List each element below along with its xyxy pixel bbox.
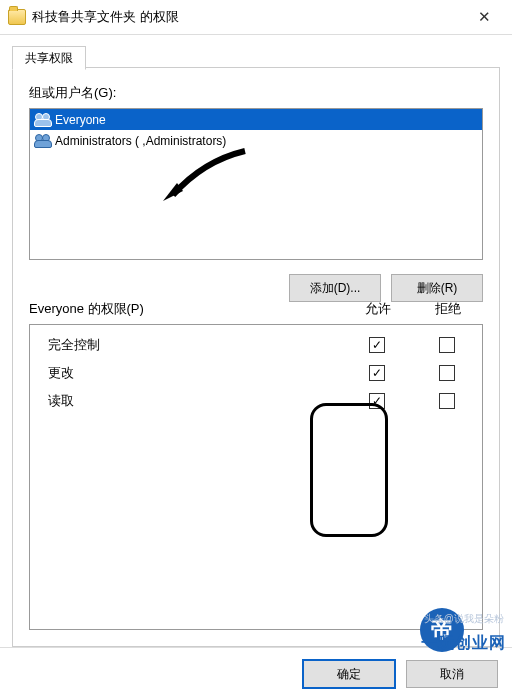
perm-row-change: 更改 [30, 359, 482, 387]
permissions-header: Everyone 的权限(P) 允许 拒绝 [29, 282, 483, 318]
allow-checkbox[interactable] [369, 337, 385, 353]
folder-icon [8, 9, 26, 25]
allow-checkbox[interactable] [369, 393, 385, 409]
perm-name: 读取 [30, 392, 342, 410]
allow-checkbox[interactable] [369, 365, 385, 381]
perm-name: 完全控制 [30, 336, 342, 354]
groups-label: 组或用户名(G): [29, 84, 483, 102]
group-icon [34, 113, 52, 127]
deny-checkbox[interactable] [439, 337, 455, 353]
permissions-list: 完全控制 更改 读取 [29, 324, 483, 630]
tab-share-permissions[interactable]: 共享权限 [12, 46, 86, 70]
user-name: Administrators ( ,Administrators) [55, 134, 226, 148]
ok-button[interactable]: 确定 [302, 659, 396, 689]
dialog-body: 共享权限 组或用户名(G): Everyone Administrators (… [0, 35, 512, 647]
cancel-button[interactable]: 取消 [406, 660, 498, 688]
list-item[interactable]: Administrators ( ,Administrators) [30, 130, 482, 151]
watermark: 帝 头条@说我是朵粉 一玩创业网 [394, 606, 504, 654]
group-icon [34, 134, 52, 148]
user-name: Everyone [55, 113, 106, 127]
perm-row-full-control: 完全控制 [30, 331, 482, 359]
close-icon[interactable]: ✕ [464, 3, 504, 31]
user-list[interactable]: Everyone Administrators ( ,Administrator… [29, 108, 483, 260]
perm-row-read: 读取 [30, 387, 482, 415]
permissions-for-label: Everyone 的权限(P) [29, 300, 343, 318]
tab-panel: 共享权限 组或用户名(G): Everyone Administrators (… [12, 67, 500, 647]
titlebar: 科技鲁共享文件夹 的权限 ✕ [0, 0, 512, 35]
column-allow: 允许 [343, 300, 413, 318]
perm-name: 更改 [30, 364, 342, 382]
watermark-small: 头条@说我是朵粉 [424, 612, 504, 626]
list-item[interactable]: Everyone [30, 109, 482, 130]
column-deny: 拒绝 [413, 300, 483, 318]
deny-checkbox[interactable] [439, 365, 455, 381]
dialog-footer: 确定 取消 帝 头条@说我是朵粉 一玩创业网 [0, 647, 512, 700]
deny-checkbox[interactable] [439, 393, 455, 409]
permissions-dialog: 科技鲁共享文件夹 的权限 ✕ 共享权限 组或用户名(G): Everyone A… [0, 0, 512, 700]
watermark-main: 一玩创业网 [421, 633, 506, 654]
window-title: 科技鲁共享文件夹 的权限 [32, 8, 464, 26]
